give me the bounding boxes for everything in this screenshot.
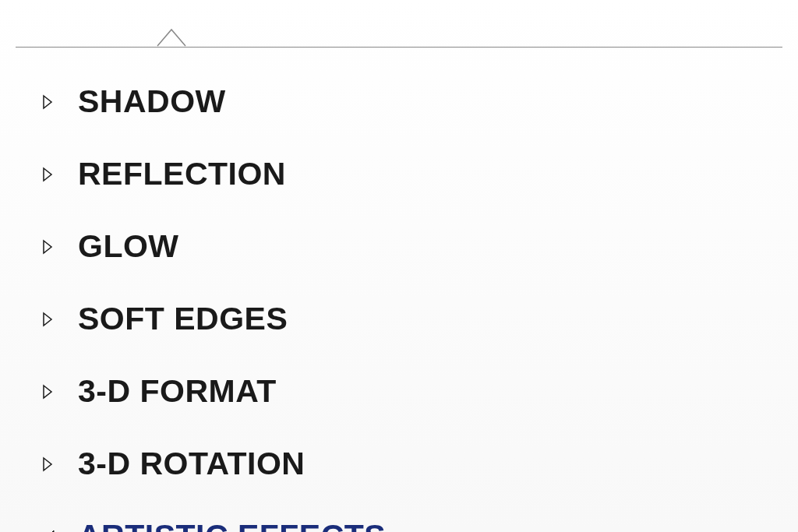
- menu-item-3d-format[interactable]: 3-D FORMAT: [39, 373, 798, 410]
- menu-item-3d-rotation[interactable]: 3-D ROTATION: [39, 446, 798, 482]
- menu-item-soft-edges[interactable]: SOFT EDGES: [39, 301, 798, 337]
- expand-collapsed-icon: [39, 93, 56, 111]
- menu-label: 3-D ROTATION: [78, 446, 305, 482]
- tab-indicator-area: [0, 0, 798, 25]
- menu-label: GLOW: [78, 228, 179, 265]
- menu-item-artistic-effects[interactable]: ARTISTIC EFFECTS: [39, 518, 798, 532]
- expand-collapsed-icon: [39, 311, 56, 328]
- expand-collapsed-icon: [39, 166, 56, 183]
- menu-label: ARTISTIC EFFECTS: [78, 518, 386, 532]
- expand-collapsed-icon: [39, 238, 56, 255]
- menu-label: SHADOW: [78, 83, 226, 120]
- menu-item-reflection[interactable]: REFLECTION: [39, 156, 798, 192]
- expand-expanded-icon: [39, 528, 56, 533]
- menu-label: 3-D FORMAT: [78, 373, 277, 410]
- menu-label: SOFT EDGES: [78, 301, 288, 337]
- expand-collapsed-icon: [39, 383, 56, 400]
- effects-menu: SHADOW REFLECTION GLOW SOFT EDGES: [0, 83, 798, 532]
- menu-label: REFLECTION: [78, 156, 286, 192]
- horizontal-divider: [16, 47, 782, 48]
- expand-collapsed-icon: [39, 456, 56, 473]
- menu-item-shadow[interactable]: SHADOW: [39, 83, 798, 120]
- menu-item-glow[interactable]: GLOW: [39, 228, 798, 265]
- tab-caret-icon: [156, 25, 187, 47]
